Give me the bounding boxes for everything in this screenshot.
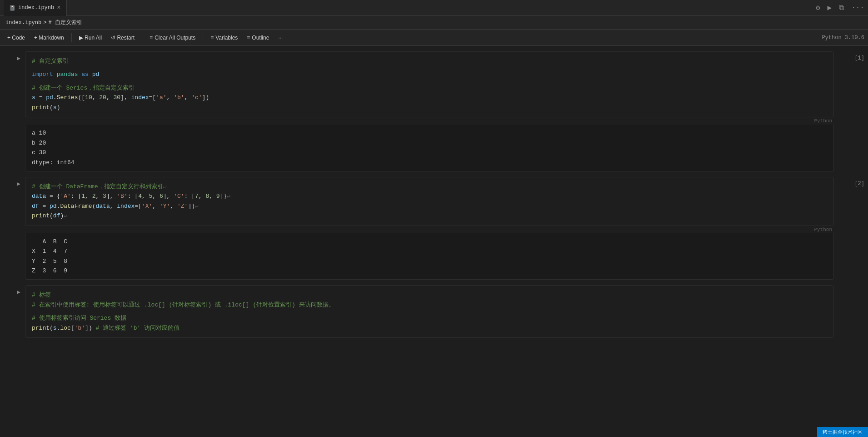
breadcrumb-file[interactable]: index.ipynb [5,20,41,26]
title-bar: 📓 index.ipynb × ⚙ ▶ ⧉ ··· [0,0,868,16]
variables-button[interactable]: ≡ Variables [207,33,241,42]
notebook-area: ▶ # 自定义索引 import pandas as pd # 创建一个 Ser… [0,46,868,437]
cell-2-gutter: ▶ [0,177,25,280]
code-line-comment4: # 标签 [32,290,827,300]
more-icon[interactable]: ··· [851,4,864,12]
cell-3-row: ▶ # 标签 # 在索引中使用标签: 使用标签可以通过 .loc[] (针对标签… [0,285,868,338]
breadcrumb-separator: > [43,20,46,26]
code-line-comment5: # 在索引中使用标签: 使用标签可以通过 .loc[] (针对标签索引) 或 .… [32,300,827,310]
settings-icon[interactable]: ⚙ [816,3,820,12]
code-line-comment1: # 自定义索引 [32,56,827,66]
cell-3-code[interactable]: # 标签 # 在索引中使用标签: 使用标签可以通过 .loc[] (针对标签索引… [25,285,834,338]
breadcrumb: index.ipynb > # 自定义索引 [0,16,868,30]
cell-2-output: A B C X 1 4 7 Y 2 5 8 Z 3 6 9 [25,233,834,280]
cell-1-gutter: ▶ [0,51,25,171]
output2-line-2: X 1 4 7 [32,246,827,256]
cell-1-number: [1] [843,51,868,171]
window-controls: ⚙ ▶ ⧉ ··· [816,3,864,12]
cell-2-code[interactable]: # 创建一个 DataFrame，指定自定义行和列索引↵ data = {'A'… [25,177,834,226]
code-line-print1: print(s) [32,103,827,112]
clear-outputs-button[interactable]: ≡ Clear All Outputs [146,33,199,42]
variables-icon: ≡ [210,35,214,41]
run-all-button[interactable]: ▶ Run All [75,33,105,42]
code-line-comment2: # 创建一个 Series，指定自定义索引 [32,83,827,93]
output-line-4: dtype: int64 [32,158,827,167]
cell-2-lang: Python [25,226,834,233]
split-icon[interactable]: ⧉ [839,4,844,12]
cell-3-number [843,285,868,338]
tab-label: index.ipynb [18,5,54,11]
status-text: 稀土掘金技术社区 [823,429,863,436]
code-line-print2: print(df)↵ [32,211,827,221]
more-options-button[interactable]: ··· [274,33,286,42]
status-bar: 稀土掘金技术社区 [817,427,868,437]
restart-button[interactable]: ↺ Restart [107,33,138,42]
clear-icon: ≡ [150,35,153,41]
cell-1-output: a 10 b 20 c 30 dtype: int64 [25,125,834,171]
outline-button[interactable]: ≡ Outline [243,33,273,42]
cell-2-number: [2] [843,177,868,280]
output-line-2: b 20 [32,138,827,148]
output2-line-3: Y 2 5 8 [32,256,827,266]
notebook-icon: 📓 [9,5,15,11]
code-line-import: import pandas as pd [32,70,827,79]
toolbar-separator-3 [203,33,203,42]
code-line-series: s = pd.Series([10, 20, 30], index=['a', … [32,93,827,102]
cell-1-lang: Python [25,117,834,125]
toolbar: + Code + Markdown ▶ Run All ↺ Restart ≡ … [0,30,868,46]
code-line-comment3: # 创建一个 DataFrame，指定自定义行和列索引↵ [32,182,827,191]
cell-1-main: # 自定义索引 import pandas as pd # 创建一个 Serie… [25,51,834,171]
python-version-label: Python 3.10.6 [822,35,864,41]
cell-1-row: ▶ # 自定义索引 import pandas as pd # 创建一个 Ser… [0,51,868,171]
code-line-data: data = {'A': [1, 2, 3], 'B': [4, 5, 6], … [32,191,827,201]
add-code-button[interactable]: + Code [4,33,29,42]
cell-2-main: # 创建一个 DataFrame，指定自定义行和列索引↵ data = {'A'… [25,177,834,280]
run-cell-3-button[interactable]: ▶ [0,289,20,295]
cell-2-row: ▶ # 创建一个 DataFrame，指定自定义行和列索引↵ data = {'… [0,177,868,280]
output2-line-1: A B C [32,237,827,246]
cell-3-main: # 标签 # 在索引中使用标签: 使用标签可以通过 .loc[] (针对标签索引… [25,285,834,338]
breadcrumb-section: # 自定义索引 [48,19,82,26]
toolbar-separator-2 [142,33,142,42]
run-cell-1-button[interactable]: ▶ [0,55,20,61]
code-line-comment6: # 使用标签索引访问 Series 数据 [32,313,827,323]
run-cell-2-button[interactable]: ▶ [0,181,20,187]
output-line-3: c 30 [32,148,827,157]
output-line-1: a 10 [32,128,827,138]
code-line-print3: print(s.loc['b']) # 通过标签 'b' 访问对应的值 [32,323,827,333]
output2-line-4: Z 3 6 9 [32,266,827,276]
outline-icon: ≡ [247,35,250,41]
code-line-df: df = pd.DataFrame(data, index=['X', 'Y',… [32,201,827,211]
cell-3-gutter: ▶ [0,285,25,338]
add-markdown-button[interactable]: + Markdown [30,33,68,42]
tab-index[interactable]: 📓 index.ipynb × [4,0,67,16]
toolbar-separator-1 [71,33,72,42]
tab-close-icon[interactable]: × [57,4,60,11]
cell-1-code[interactable]: # 自定义索引 import pandas as pd # 创建一个 Serie… [25,51,834,117]
kernel-info: Python 3.10.6 [822,35,864,41]
run-icon[interactable]: ▶ [828,3,832,12]
